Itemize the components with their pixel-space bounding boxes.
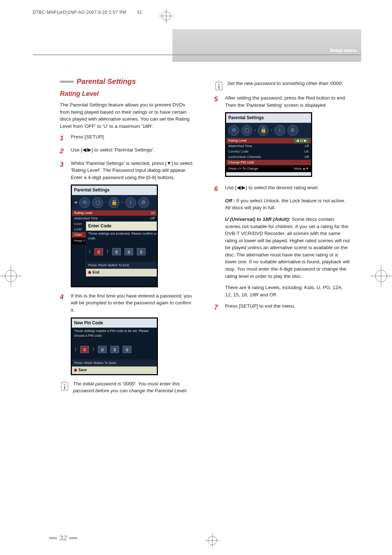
document-stamp: DTBC-MNF(orD)1NP-AG 2007.9.20 2:57 PM 32 (31, 0, 361, 15)
crop-mark-left (0, 265, 22, 287)
ss-title-newpin: New Pin Code (72, 319, 157, 328)
page-number-bar-icon (49, 537, 57, 539)
chevron-right-icon: › (254, 127, 256, 133)
ss-row-lock-2: Lock/Unlock ChannelsOff (226, 154, 311, 160)
tuning-icon: ⟲ (79, 197, 90, 208)
step-5-body: After setting the password, press the Re… (225, 94, 350, 109)
u18r-body: Some discs contain scenes not suitable f… (225, 216, 350, 279)
pin-entry-row: ⟨ 0 ⟩ 0 0 0 (86, 242, 158, 262)
screen-icon: ▢ (241, 125, 252, 136)
pin-digit-3: 0 (110, 346, 119, 353)
ss-tab-icons: ◀ ⟲ ▢ › 🔒 ‹ i ⚙ (72, 195, 157, 210)
ss-title: Parental Settings (72, 186, 157, 195)
off-label: Off : (225, 198, 235, 203)
ss-row-rating-2: Rating Level◀ 12 ▶ (226, 138, 311, 143)
svg-point-4 (64, 384, 65, 385)
u18r-description: U (Universal) to 18R (Adult): Some discs… (225, 216, 350, 280)
step-7-body: Press [SETUP] to exit the menu. (225, 303, 350, 312)
intro-text: The Parental Settings feature allows you… (60, 101, 196, 130)
step-7-number: 7 (214, 303, 221, 312)
right-column: Set the new password to something other … (214, 76, 350, 515)
ss-row-watershed-2: Watershed TimeOff (226, 143, 311, 149)
info-note-icon (214, 80, 224, 91)
crop-mark-right (370, 265, 392, 287)
info-icon: i (274, 125, 285, 136)
screenshot-parental-enter-code: Parental Settings ◀ ⟲ ▢ › 🔒 ‹ i ⚙ Rating… (71, 185, 158, 287)
svg-rect-8 (218, 86, 220, 89)
step-1-number: 1 (60, 133, 66, 143)
note-new-password: Set the new password to something other … (214, 80, 350, 91)
chevron-left-icon: ‹ (271, 127, 272, 133)
rating-levels-list: There are 9 rating Levels, including: Ki… (225, 284, 350, 298)
chevron-right-icon: ⟩ (107, 248, 109, 255)
off-description: Off : If you select Unlock, the Lock fea… (225, 197, 350, 211)
ss-row-country-2: Country CodeUK (226, 149, 311, 154)
svg-point-7 (218, 84, 220, 85)
page-number-bar-icon (69, 537, 77, 539)
subheading-rating-level: Rating Level (60, 89, 196, 98)
info-icon: i (125, 197, 136, 208)
ss-row-watershed: Watershed TimeOff (72, 216, 157, 221)
chevron-left-icon: ◀ (74, 200, 77, 205)
section-label: Setup menu (330, 48, 357, 53)
pin-digit-1: 0 (80, 346, 89, 353)
newpin-end-bar: Save (72, 366, 157, 374)
note-2-body: Set the new password to something other … (227, 80, 344, 91)
crop-mark-top (159, 9, 173, 23)
pin-digit-4: 0 (123, 346, 131, 353)
note-1-body: The initial password is '0000'. You must… (73, 380, 196, 394)
enter-code-modal: Enter Code These settings are protected.… (86, 221, 158, 277)
newpin-message: These settings require a PIN code to be … (72, 328, 157, 339)
heading-dash-icon (60, 81, 74, 83)
step-2-number: 2 (60, 146, 66, 156)
pin-digit-3: 0 (124, 248, 133, 255)
pin-digit-4: 0 (137, 248, 146, 255)
step-4-body: If this is the first time you have enter… (71, 292, 196, 314)
tuning-icon: ⟲ (228, 125, 239, 136)
chevron-left-icon: ⟨ (75, 346, 77, 352)
newpin-entry-row: ⟨ 0 ⟩ 0 0 0 (72, 339, 157, 360)
note-initial-password: The initial password is '0000'. You must… (60, 380, 196, 394)
ss-tab-icons-2: ⟲ ▢ › 🔒 ‹ i ⚙ (226, 123, 311, 138)
screenshot-new-pin: New Pin Code These settings require a PI… (71, 317, 158, 375)
heading-parental-settings: Parental Settings (77, 76, 136, 87)
lock-icon: 🔒 (109, 197, 119, 208)
step-3-body: Whilst 'Parental Settings' is selected, … (71, 160, 196, 181)
ss-row-rating: Rating Level12 (72, 210, 157, 216)
step-3-number: 3 (60, 160, 66, 181)
page-number: 32 (49, 534, 77, 542)
ss-title-parental-2: Parental Settings (226, 113, 311, 122)
step-1-body: Press [SETUP]. (71, 133, 196, 143)
modal-end-bar: End (86, 269, 158, 276)
header-grey-bar (172, 29, 361, 62)
chevron-right-icon: ⟩ (93, 346, 94, 352)
newpin-footer: Press <Red> Button To Save. (72, 360, 157, 366)
ss-more-bar: Press <> To ChangeMore ▲▼ (226, 165, 311, 172)
settings-icon: ⚙ (287, 125, 298, 136)
step-2-body: Use [◀/▶] to select 'Parental Settings'. (71, 146, 196, 156)
step-5-number: 5 (214, 94, 221, 109)
chevron-left-icon: ‹ (122, 200, 123, 205)
off-body: If you select Unlock, the Lock feature i… (225, 198, 345, 211)
step-6-body: Use [◀/▶] to select the desired rating l… (225, 184, 350, 194)
header-rule (33, 54, 361, 55)
left-column: Parental Settings Rating Level The Paren… (60, 76, 196, 515)
u18r-label: U (Universal) to 18R (Adult): (225, 216, 290, 222)
step-4-number: 4 (60, 292, 66, 314)
chevron-left-icon: ⟨ (89, 248, 91, 255)
crop-mark-bottom (205, 533, 220, 548)
screenshot-parental-list: Parental Settings ⟲ ▢ › 🔒 ‹ i ⚙ Rating L… (225, 112, 312, 177)
chevron-right-icon: › (105, 200, 106, 205)
screen-icon: ▢ (92, 197, 103, 208)
modal-message: These settings are protected. Please con… (86, 231, 158, 242)
lock-icon: 🔒 (258, 125, 269, 136)
red-dot-icon (88, 271, 91, 274)
ss-row-changepin-2: Change PIN code (226, 160, 311, 165)
pin-digit-2: 0 (112, 248, 121, 255)
info-note-icon (60, 380, 69, 391)
pin-digit-2: 0 (98, 346, 107, 353)
pin-digit-1: 0 (94, 248, 103, 255)
red-dot-icon (74, 369, 77, 372)
step-6-number: 6 (214, 184, 221, 194)
svg-rect-5 (64, 386, 65, 389)
